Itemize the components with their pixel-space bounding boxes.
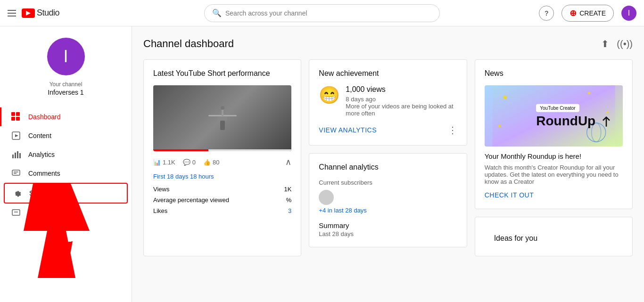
- youtube-studio-logo[interactable]: Studio: [22, 8, 59, 18]
- expand-button[interactable]: ∧: [285, 157, 291, 167]
- short-period: First 18 days 18 hours: [153, 173, 291, 180]
- sidebar-item-label: Settings: [29, 189, 53, 197]
- achievement-content: 😁 1,000 views 8 days ago More of your vi…: [319, 85, 457, 117]
- comments-icon: 💬: [183, 159, 190, 166]
- news-card: News: [475, 59, 633, 209]
- metric-views: Views 1K: [153, 186, 291, 193]
- likes-icon: 👍: [203, 159, 211, 166]
- create-button[interactable]: ⊕ CREATE: [561, 5, 614, 22]
- thumb-progress-bar: [153, 149, 291, 151]
- nav-search: 🔍: [121, 4, 523, 22]
- achievement-text: 1,000 views 8 days ago More of your vide…: [346, 85, 457, 117]
- thumbnail-graphic: [204, 99, 241, 137]
- likes-stat: 👍 80: [203, 159, 219, 166]
- yt-creator-badge: YouTube Creator: [536, 104, 579, 112]
- summary-label: Summary: [319, 221, 457, 229]
- check-out-button[interactable]: CHECK IT OUT: [485, 191, 534, 199]
- nav-right: ? ⊕ CREATE I: [523, 5, 636, 22]
- svg-rect-3: [16, 117, 20, 121]
- svg-rect-10: [12, 170, 20, 175]
- view-analytics-button[interactable]: VIEW ANALYTICS: [319, 126, 377, 134]
- hamburger-menu[interactable]: [8, 10, 16, 16]
- summary-period: Last 28 days: [319, 230, 457, 237]
- main-content: Channel dashboard ⬆ ((•)) Latest YouTube…: [132, 26, 644, 302]
- upload-icon[interactable]: ⬆: [601, 38, 609, 49]
- feedback-icon: [11, 208, 21, 218]
- sidebar-nav: Dashboard Content: [0, 104, 132, 226]
- channel-name: Infoverses 1: [48, 89, 83, 96]
- nav-left: Studio: [8, 8, 121, 18]
- svg-rect-6: [12, 155, 14, 158]
- create-label: CREATE: [579, 9, 606, 17]
- news-title: Your Monthly Roundup is here!: [485, 152, 623, 160]
- user-avatar[interactable]: I: [621, 6, 636, 21]
- views-stat: 📊 1.1K: [153, 159, 175, 166]
- page-title: Channel dashboard: [143, 38, 234, 50]
- main-layout: I Your channel Infoverses 1 Dashboard: [0, 26, 644, 302]
- roundup-text: RoundUp: [536, 114, 613, 129]
- sidebar-item-label: Send feedback: [28, 209, 72, 217]
- svg-rect-8: [17, 151, 18, 158]
- channel-analytics-card: Channel analytics Current subscribers +4…: [309, 153, 467, 247]
- subscribers-label: Current subscribers: [319, 179, 457, 186]
- svg-rect-22: [220, 121, 225, 130]
- dashboard-icon: [11, 112, 21, 122]
- sidebar-item-label: Dashboard: [28, 113, 61, 121]
- sidebar-item-analytics[interactable]: Analytics: [0, 145, 132, 164]
- top-nav: Studio 🔍 ? ⊕ CREATE I: [0, 0, 644, 26]
- views-count: 1.1K: [163, 159, 175, 166]
- channel-analytics-title: Channel analytics: [319, 163, 457, 171]
- content-icon: [11, 131, 21, 140]
- sidebar-item-dashboard[interactable]: Dashboard: [0, 107, 132, 126]
- metric-likes: Likes 3: [153, 207, 291, 214]
- svg-text:★: ★: [586, 90, 591, 96]
- sidebar-avatar[interactable]: I: [47, 38, 85, 75]
- live-broadcast-icon[interactable]: ((•)): [617, 39, 633, 49]
- youtube-icon: [22, 8, 35, 18]
- svg-rect-20: [222, 109, 223, 116]
- metric-avg-viewed: Average percentage viewed %: [153, 196, 291, 204]
- achievement-card: New achievement 😁 1,000 views 8 days ago…: [309, 59, 467, 146]
- news-description: Watch this month's Creator Roundup for a…: [485, 164, 623, 185]
- svg-text:★: ★: [497, 123, 501, 129]
- help-button[interactable]: ?: [539, 6, 554, 21]
- svg-rect-18: [218, 116, 227, 121]
- ideas-card: Ideas for you: [475, 217, 633, 256]
- ideas-title: Ideas for you: [485, 227, 623, 246]
- metric-views-label: Views: [153, 186, 169, 193]
- page-header: Channel dashboard ⬆ ((•)): [143, 38, 633, 50]
- analytics-icon: [11, 150, 21, 159]
- search-input[interactable]: [225, 9, 432, 17]
- arrow-up-icon: [599, 114, 613, 129]
- sidebar-item-comments[interactable]: Comments: [0, 164, 132, 183]
- svg-point-21: [221, 106, 224, 110]
- short-stats: 📊 1.1K 💬 0 👍 80 ∧: [153, 157, 291, 167]
- sidebar-item-settings[interactable]: Settings: [4, 183, 128, 204]
- svg-text:★: ★: [502, 93, 508, 101]
- channel-label: Your channel: [50, 81, 83, 88]
- more-options-button[interactable]: ⋮: [448, 124, 457, 136]
- search-box: 🔍: [204, 4, 440, 22]
- svg-marker-5: [15, 134, 18, 137]
- search-icon: 🔍: [212, 8, 222, 17]
- achievement-time: 8 days ago: [346, 96, 457, 103]
- achievement-description: More of your videos are being looked at …: [346, 103, 457, 117]
- comments-count: 0: [192, 159, 196, 166]
- sidebar: I Your channel Infoverses 1 Dashboard: [0, 26, 132, 302]
- subscribers-growth: +4 in last 28 days: [319, 207, 457, 214]
- short-metrics: Views 1K Average percentage viewed % Lik…: [153, 186, 291, 214]
- short-thumbnail[interactable]: [153, 85, 291, 151]
- sidebar-item-content[interactable]: Content: [0, 126, 132, 145]
- studio-label: Studio: [37, 8, 59, 18]
- achievement-emoji: 😁: [319, 85, 340, 105]
- svg-rect-0: [11, 112, 15, 116]
- sidebar-item-feedback[interactable]: Send feedback: [0, 204, 132, 222]
- latest-short-card: Latest YouTube Short performance: [143, 59, 301, 256]
- settings-icon: [12, 188, 22, 198]
- achievement-card-title: New achievement: [319, 69, 457, 78]
- create-plus-icon: ⊕: [570, 8, 577, 18]
- metric-views-value: 1K: [284, 186, 291, 193]
- news-thumb-overlay: YouTube Creator RoundUp: [536, 103, 613, 129]
- metric-likes-label: Likes: [153, 207, 167, 214]
- sidebar-profile: I Your channel Infoverses 1: [0, 26, 132, 104]
